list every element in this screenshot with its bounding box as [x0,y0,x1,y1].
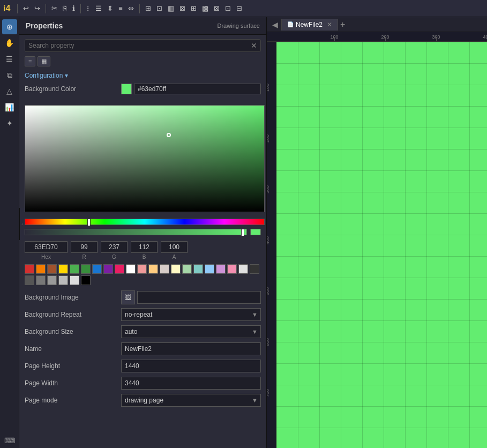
canvas-tab-close-icon[interactable]: ✕ [327,21,332,28]
alpha-slider[interactable] [25,229,247,235]
color-swatch-1976d2[interactable] [92,264,102,274]
list-view-button[interactable]: ≡ [25,56,35,66]
undo-button[interactable]: ↩ [21,4,31,13]
page-width-input[interactable] [121,377,261,390]
hex-field[interactable] [25,241,68,253]
name-control [121,342,261,355]
sidebar-item-list[interactable]: ☰ [2,51,17,66]
color-swatch-4caf50[interactable] [70,264,79,274]
color-swatch-fff9c4[interactable] [171,264,181,274]
panel-title: Properties [26,21,63,30]
color-swatch-ce93d8[interactable] [216,264,226,274]
color-swatch-a0522d[interactable] [47,264,57,274]
color-picker-area[interactable] [25,105,261,212]
tab-nav-left[interactable]: ◀ [269,19,281,30]
background-image-icon-btn[interactable]: 🖼 [121,290,135,304]
color-swatch-777777[interactable] [36,275,46,285]
layout-btn-3[interactable]: ▥ [166,4,176,13]
color-swatch-f57c00[interactable] [36,264,46,274]
color-swatch-e0e0e0[interactable] [238,264,248,274]
drawing-canvas[interactable] [276,42,487,448]
color-swatch-a5d6a7[interactable] [182,264,192,274]
sidebar-item-layers[interactable]: ⧉ [2,68,17,83]
color-swatch-dddddd[interactable] [70,275,79,285]
b-field[interactable] [131,241,158,253]
r-field[interactable] [71,241,98,253]
color-swatch-d32f2f[interactable] [25,264,34,274]
color-swatch-ef9a9a[interactable] [137,264,147,274]
sidebar-item-shapes[interactable]: △ [2,84,17,99]
sidebar-item-hand[interactable]: ✋ [2,35,17,50]
sidebar-item-chart[interactable]: 📊 [2,100,17,115]
color-swatch-90caf9[interactable] [205,264,214,274]
color-swatch-80cbc4[interactable] [193,264,203,274]
ruler-left-label-200: 200 [267,135,270,143]
a-label: A [173,254,176,260]
hue-slider[interactable] [25,219,265,225]
color-swatch-555555[interactable] [25,275,34,285]
page-height-input[interactable] [121,360,261,372]
background-size-select[interactable]: auto cover contain 100% 100% [121,325,261,338]
layout-btn-7[interactable]: ⊠ [212,4,221,13]
sidebar-item-code[interactable]: ⌨ [2,433,17,448]
layout-btn-6[interactable]: ▩ [200,4,210,13]
layout-btn-2[interactable]: ⊡ [155,4,164,13]
page-mode-select[interactable]: drawing page scroll page fixed page [121,394,261,407]
color-swatch-f48fb1[interactable] [227,264,237,274]
page-height-control [121,360,261,372]
add-tab-button[interactable]: + [338,20,347,29]
ruler-tick-100 [334,37,335,41]
a-field[interactable] [161,241,188,253]
g-field[interactable] [101,241,128,253]
ruler-left-label-300: 300 [267,185,270,193]
color-swatch-ffd700[interactable] [58,264,68,274]
canvas-tab-newfile2[interactable]: 📄 NewFile2 ✕ [281,19,338,31]
align-btn-2[interactable]: ☰ [94,4,103,13]
color-gradient[interactable] [25,105,265,212]
color-swatch-388e3c[interactable] [81,264,91,274]
color-swatch-d7ccc8[interactable] [160,264,169,274]
page-mode-label: Page mode [25,397,121,404]
copy-button[interactable]: ⎘ [61,4,69,13]
layout-btn-5[interactable]: ⊞ [189,4,198,13]
layout-btn-8[interactable]: ⊡ [223,4,233,13]
name-row: Name [25,342,261,356]
hue-bar[interactable] [25,219,261,226]
grid-view-button[interactable]: ▦ [38,56,50,66]
background-image-input[interactable] [137,291,261,304]
align-btn-5[interactable]: ⇔ [126,4,136,13]
color-swatch-333333[interactable] [250,264,259,274]
cut-button[interactable]: ✂ [50,4,59,13]
sidebar-item-cursor[interactable]: ⊕ [2,19,17,34]
config-label[interactable]: Configuration ▾ [25,72,68,79]
side-collapse-button[interactable]: ‹ [19,208,25,240]
layout-btn-4[interactable]: ⊠ [178,4,187,13]
align-btn-3[interactable]: ⇕ [106,4,115,13]
redo-button[interactable]: ↪ [33,4,42,13]
color-swatch-ffcc80[interactable] [148,264,158,274]
background-image-label: Background Image [25,294,121,301]
align-btn-4[interactable]: ≡ [117,4,124,13]
panel-header: Properties Drawing surface [19,17,266,35]
search-input[interactable] [28,42,251,49]
align-btn-1[interactable]: ⫶ [85,4,92,13]
color-swatch-bbbbbb[interactable] [58,275,68,285]
background-repeat-select[interactable]: no-repeat repeat repeat-x repeat-y [121,308,261,321]
alpha-bar[interactable] [25,228,261,236]
color-swatch-7b1fa2[interactable] [103,264,113,274]
background-image-control: 🖼 [121,290,261,304]
color-swatch-ffffff[interactable] [126,264,136,274]
color-swatch-999999[interactable] [47,275,57,285]
layout-btn-1[interactable]: ⊞ [144,4,153,13]
color-swatch-000000[interactable] [81,275,91,285]
layout-btn-9[interactable]: ⊟ [235,4,244,13]
sidebar-item-star[interactable]: ✦ [2,116,17,131]
info-button[interactable]: ℹ [71,4,77,13]
color-swatch[interactable] [121,84,132,94]
color-swatch-e91e63[interactable] [115,264,124,274]
color-hex-input[interactable] [134,84,261,94]
search-clear-icon[interactable]: ✕ [251,42,257,49]
name-input[interactable] [121,342,261,355]
canvas-scroll[interactable] [276,42,487,448]
background-repeat-label: Background Repeat [25,311,121,318]
